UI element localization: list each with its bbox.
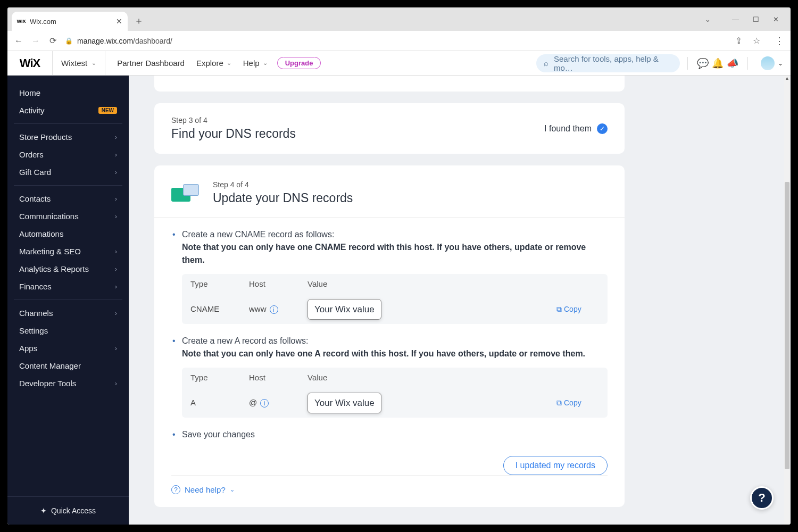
chevron-down-icon: ⌄ — [230, 486, 235, 493]
card-step3[interactable]: Step 3 of 4 Find your DNS records I foun… — [154, 103, 625, 154]
sidebar-item-developer-tools[interactable]: Developer Tools› — [14, 375, 122, 392]
search-input[interactable]: ⌕ Search for tools, apps, help & mo… — [536, 54, 680, 72]
quick-access-button[interactable]: ✦ Quick Access — [7, 496, 129, 525]
sidebar-item-home[interactable]: Home — [14, 84, 122, 102]
question-circle-icon: ? — [171, 485, 180, 494]
col-type: Type — [190, 372, 249, 384]
sidebar-item-gift-card[interactable]: Gift Card› — [14, 163, 122, 181]
browser-tabbar: WIX Wix.com ✕ ＋ ⌄ — ☐ ✕ — [7, 7, 791, 31]
chevron-down-icon[interactable]: ⌄ — [705, 15, 711, 23]
wix-favicon-icon: WIX — [17, 17, 26, 26]
found-label: I found them — [544, 124, 592, 134]
chevron-right-icon: › — [115, 379, 117, 387]
site-name: Wixtest — [61, 59, 87, 68]
a-host: @i — [249, 397, 307, 409]
info-icon[interactable]: i — [270, 305, 278, 314]
a-record-table: Type Host Value A @i Your Wix value — [182, 368, 608, 418]
minimize-icon[interactable]: — — [732, 15, 739, 23]
col-type: Type — [190, 278, 249, 290]
chevron-right-icon: › — [115, 168, 117, 176]
sidebar-item-settings[interactable]: Settings — [14, 322, 122, 339]
sidebar-item-contacts[interactable]: Contacts› — [14, 190, 122, 207]
sidebar-item-automations[interactable]: Automations — [14, 225, 122, 243]
scroll-up-icon[interactable]: ▲ — [784, 76, 790, 83]
nav-partner-dashboard[interactable]: Partner Dashboard — [117, 59, 185, 68]
copy-icon: ⧉ — [556, 304, 562, 315]
help-fab-button[interactable]: ? — [750, 486, 774, 510]
main-content: Step 3 of 4 Find your DNS records I foun… — [129, 76, 791, 525]
card-step2-peek — [154, 76, 625, 92]
copy-icon: ⧉ — [556, 397, 562, 409]
info-icon[interactable]: i — [260, 399, 269, 408]
chevron-right-icon: › — [115, 282, 117, 290]
browser-tab[interactable]: WIX Wix.com ✕ — [12, 12, 128, 31]
wix-top-bar: WiX Wixtest ⌄ Partner Dashboard Explore⌄… — [7, 51, 791, 76]
megaphone-icon[interactable]: 📣 — [725, 57, 740, 69]
forward-icon[interactable]: → — [31, 36, 40, 46]
lock-icon: 🔒 — [65, 37, 73, 45]
step-label: Step 3 of 4 — [171, 116, 296, 124]
sidebar-item-store-products[interactable]: Store Products› — [14, 128, 122, 146]
sidebar-item-content-manager[interactable]: Content Manager — [14, 357, 122, 375]
back-icon[interactable]: ← — [14, 36, 23, 46]
sidebar-item-channels[interactable]: Channels› — [14, 304, 122, 322]
check-circle-icon: ✓ — [597, 123, 608, 134]
site-selector[interactable]: Wixtest ⌄ — [52, 51, 105, 76]
cname-host: wwwi — [249, 303, 307, 315]
search-icon: ⌕ — [544, 59, 548, 68]
scroll-thumb[interactable] — [785, 182, 789, 469]
new-badge: NEW — [98, 107, 117, 114]
sidebar-item-apps[interactable]: Apps› — [14, 339, 122, 357]
need-help-link[interactable]: ? Need help? ⌄ — [171, 475, 608, 494]
upgrade-button[interactable]: Upgrade — [277, 57, 321, 69]
card-title: Find your DNS records — [171, 127, 296, 141]
share-icon[interactable]: ⇪ — [733, 36, 744, 46]
kebab-menu-icon[interactable]: ⋮ — [775, 35, 784, 47]
cname-record-table: Type Host Value CNAME wwwi Your Wix valu… — [182, 274, 608, 324]
nav-explore[interactable]: Explore⌄ — [196, 59, 231, 68]
sidebar-item-marketing[interactable]: Marketing & SEO› — [14, 243, 122, 260]
card-step4: Step 4 of 4 Update your DNS records Crea… — [154, 165, 625, 507]
copy-button[interactable]: ⧉Copy — [556, 397, 599, 409]
nav-help[interactable]: Help⌄ — [243, 59, 268, 68]
chevron-right-icon: › — [115, 309, 117, 317]
chevron-right-icon: › — [115, 344, 117, 352]
instruction-save: Save your changes — [171, 428, 608, 441]
bell-icon[interactable]: 🔔 — [710, 57, 725, 69]
scrollbar[interactable]: ▲ — [784, 76, 790, 525]
copy-button[interactable]: ⧉Copy — [556, 304, 599, 315]
updated-records-button[interactable]: I updated my records — [503, 456, 608, 475]
chevron-right-icon: › — [115, 133, 117, 141]
sidebar-item-communications[interactable]: Communications› — [14, 207, 122, 225]
sidebar-item-orders[interactable]: Orders› — [14, 146, 122, 163]
sidebar-item-analytics[interactable]: Analytics & Reports› — [14, 260, 122, 278]
col-value: Value — [307, 278, 556, 290]
avatar[interactable] — [761, 56, 775, 70]
chevron-right-icon: › — [115, 212, 117, 220]
reload-icon[interactable]: ⟳ — [48, 36, 57, 46]
dns-icon — [171, 180, 200, 202]
maximize-icon[interactable]: ☐ — [753, 15, 759, 23]
chat-icon[interactable]: 💬 — [695, 57, 710, 69]
new-tab-button[interactable]: ＋ — [131, 13, 147, 29]
col-host: Host — [249, 278, 307, 290]
url-display[interactable]: 🔒 manage.wix.com/dashboard/ — [65, 37, 172, 45]
star-icon[interactable]: ☆ — [751, 36, 762, 46]
window-close-icon[interactable]: ✕ — [773, 15, 779, 23]
chevron-down-icon[interactable]: ⌄ — [778, 60, 783, 67]
address-bar: ← → ⟳ 🔒 manage.wix.com/dashboard/ ⇪ ☆ ⋮ — [7, 31, 791, 51]
col-host: Host — [249, 372, 307, 384]
instruction-cname: Create a new CNAME record as follows: No… — [171, 228, 608, 324]
divider — [687, 57, 688, 70]
chevron-right-icon: › — [115, 265, 117, 273]
chevron-down-icon: ⌄ — [92, 60, 96, 66]
cname-type: CNAME — [190, 303, 249, 315]
card-title: Update your DNS records — [213, 191, 353, 205]
sidebar-item-finances[interactable]: Finances› — [14, 278, 122, 295]
chevron-right-icon: › — [115, 247, 117, 255]
close-icon[interactable]: ✕ — [116, 17, 122, 26]
step-label: Step 4 of 4 — [213, 180, 353, 189]
sidebar-item-activity[interactable]: ActivityNEW — [14, 102, 122, 119]
chevron-right-icon: › — [115, 195, 117, 203]
wix-logo[interactable]: WiX — [7, 56, 52, 70]
